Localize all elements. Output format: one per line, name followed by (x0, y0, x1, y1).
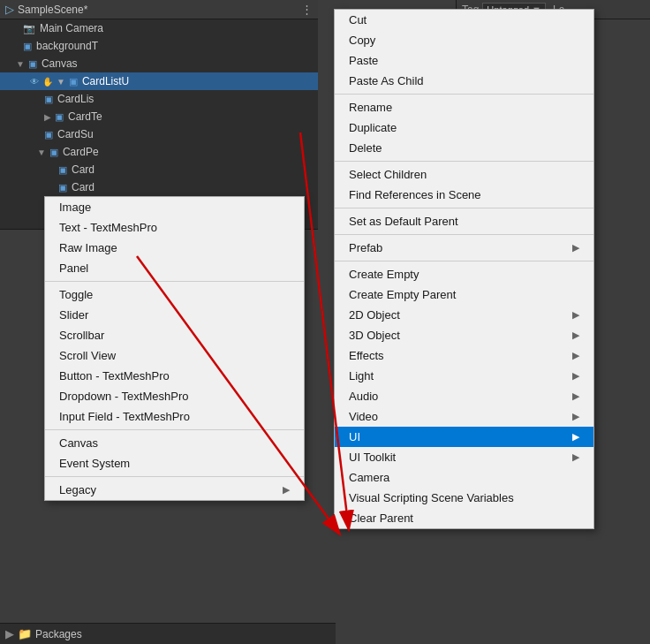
menu-item-ui-toolkit[interactable]: UI Toolkit ▶ (335, 447, 593, 467)
menu-item-copy[interactable]: Copy (335, 30, 593, 50)
menu-item-text-textmeshpro[interactable]: Text - TextMeshPro (45, 217, 304, 238)
menu-item-select-children[interactable]: Select Children (335, 164, 593, 185)
eye-icon: 👁 (30, 77, 39, 87)
menu-item-create-empty[interactable]: Create Empty (335, 264, 593, 284)
menu-item-visual-scripting[interactable]: Visual Scripting Scene Variables (335, 488, 593, 508)
hierarchy-item-card1[interactable]: ▣ Card (0, 161, 318, 178)
scene-title: SampleScene* (18, 4, 87, 16)
menu-item-create-empty-parent[interactable]: Create Empty Parent (335, 284, 593, 305)
folder-icon: 📁 (18, 627, 32, 640)
menu-item-raw-image[interactable]: Raw Image (45, 238, 304, 258)
legacy-arrow-icon: ▶ (283, 484, 290, 496)
cube-icon-cardte: ▣ (55, 111, 64, 123)
menu-item-paste-as-child[interactable]: Paste As Child (335, 71, 593, 91)
hierarchy-item-canvas[interactable]: ▼ ▣ Canvas (0, 55, 318, 72)
menu-item-camera[interactable]: Camera (335, 467, 593, 488)
menu-item-paste[interactable]: Paste (335, 50, 593, 71)
menu-item-slider[interactable]: Slider (45, 305, 304, 325)
light-arrow-icon: ▶ (572, 370, 579, 382)
effects-arrow-icon: ▶ (572, 350, 579, 361)
separator1 (45, 281, 304, 282)
separator3 (45, 476, 304, 477)
scene-icon: ▷ (5, 3, 14, 16)
hierarchy-item-background[interactable]: ▣ backgroundT (0, 37, 318, 55)
video-arrow-icon: ▶ (572, 411, 579, 422)
hierarchy-item-cardlistu[interactable]: 👁 ✋ ▼ ▣ CardListU (0, 72, 318, 90)
menu-item-delete[interactable]: Delete (335, 138, 593, 158)
cube-icon-cardpe: ▣ (49, 147, 58, 158)
arrow-icon: ▼ (16, 59, 25, 69)
separator-r1 (335, 94, 593, 95)
cube-icon-cardlis: ▣ (44, 94, 53, 105)
hierarchy-item-cardpe[interactable]: ▼ ▣ CardPe (0, 143, 318, 161)
menu-item-toggle[interactable]: Toggle (45, 284, 304, 305)
menu-item-set-default-parent[interactable]: Set as Default Parent (335, 211, 593, 231)
menu-item-event-system[interactable]: Event System (45, 453, 304, 474)
packages-arrow-icon: ▶ (5, 627, 14, 640)
cube-icon-card2: ▣ (58, 182, 67, 193)
menu-item-video[interactable]: Video ▶ (335, 406, 593, 427)
menu-item-image[interactable]: Image (45, 197, 304, 217)
separator-r3 (335, 208, 593, 208)
hierarchy-context-menu: Cut Copy Paste Paste As Child Rename Dup… (334, 9, 594, 529)
menu-item-rename[interactable]: Rename (335, 97, 593, 117)
separator2 (45, 429, 304, 430)
menu-item-2d-object[interactable]: 2D Object ▶ (335, 305, 593, 325)
hierarchy-item-main-camera[interactable]: 📷 Main Camera (0, 19, 318, 37)
menu-item-prefab[interactable]: Prefab ▶ (335, 238, 593, 258)
audio-arrow-icon: ▶ (572, 390, 579, 402)
arrow-icon2: ▼ (57, 77, 65, 87)
cube-icon: ▣ (23, 41, 32, 52)
prefab-arrow-icon: ▶ (572, 242, 579, 254)
menu-item-dropdown-textmeshpro[interactable]: Dropdown - TextMeshPro (45, 386, 304, 406)
menu-item-canvas[interactable]: Canvas (45, 433, 304, 453)
cube-icon-card1: ▣ (58, 164, 67, 176)
hierarchy-item-cardsu[interactable]: ▣ CardSu (0, 125, 318, 143)
packages-label: Packages (35, 628, 82, 640)
3d-arrow-icon: ▶ (572, 330, 579, 341)
menu-item-button-textmeshpro[interactable]: Button - TextMeshPro (45, 366, 304, 386)
menu-item-cut[interactable]: Cut (335, 10, 593, 30)
scene-menu-icon[interactable]: ⋮ (301, 3, 313, 16)
2d-arrow-icon: ▶ (572, 309, 579, 321)
menu-item-scroll-view[interactable]: Scroll View (45, 345, 304, 366)
menu-item-light[interactable]: Light ▶ (335, 366, 593, 386)
menu-item-legacy[interactable]: Legacy ▶ (45, 480, 304, 500)
hierarchy-item-cardlis[interactable]: ▣ CardLis (0, 90, 318, 108)
menu-item-panel[interactable]: Panel (45, 258, 304, 278)
hand-icon: ✋ (42, 77, 53, 87)
scene-hierarchy-panel: ▷ SampleScene* ⋮ 📷 Main Camera ▣ backgro… (0, 0, 318, 230)
camera-icon: 📷 (23, 23, 35, 34)
ui-arrow-icon: ▶ (572, 431, 579, 443)
arrow-icon4: ▼ (37, 148, 46, 157)
cube-icon-canvas: ▣ (28, 58, 37, 70)
scene-header: ▷ SampleScene* ⋮ (0, 0, 318, 19)
separator-r2 (335, 161, 593, 162)
arrow-icon3: ▶ (44, 112, 51, 122)
cube-icon-cardsu: ▣ (44, 129, 53, 140)
menu-item-audio[interactable]: Audio ▶ (335, 386, 593, 406)
menu-item-duplicate[interactable]: Duplicate (335, 117, 593, 138)
hierarchy-item-cardte[interactable]: ▶ ▣ CardTe (0, 108, 318, 125)
separator-r5 (335, 261, 593, 261)
separator-r4 (335, 234, 593, 235)
menu-item-inputfield-textmeshpro[interactable]: Input Field - TextMeshPro (45, 406, 304, 427)
packages-bar: ▶ 📁 Packages (0, 623, 336, 644)
menu-item-find-references[interactable]: Find References in Scene (335, 185, 593, 205)
cube-icon-cardlist: ▣ (69, 76, 78, 87)
hierarchy-item-card2[interactable]: ▣ Card (0, 178, 318, 196)
menu-item-3d-object[interactable]: 3D Object ▶ (335, 325, 593, 345)
ui-toolkit-arrow-icon: ▶ (572, 451, 579, 463)
menu-item-scrollbar[interactable]: Scrollbar (45, 325, 304, 345)
menu-item-clear-parent[interactable]: Clear Parent (335, 508, 593, 528)
menu-item-effects[interactable]: Effects ▶ (335, 345, 593, 366)
menu-item-ui[interactable]: UI ▶ (335, 427, 593, 447)
ui-submenu: Image Text - TextMeshPro Raw Image Panel… (44, 196, 305, 501)
